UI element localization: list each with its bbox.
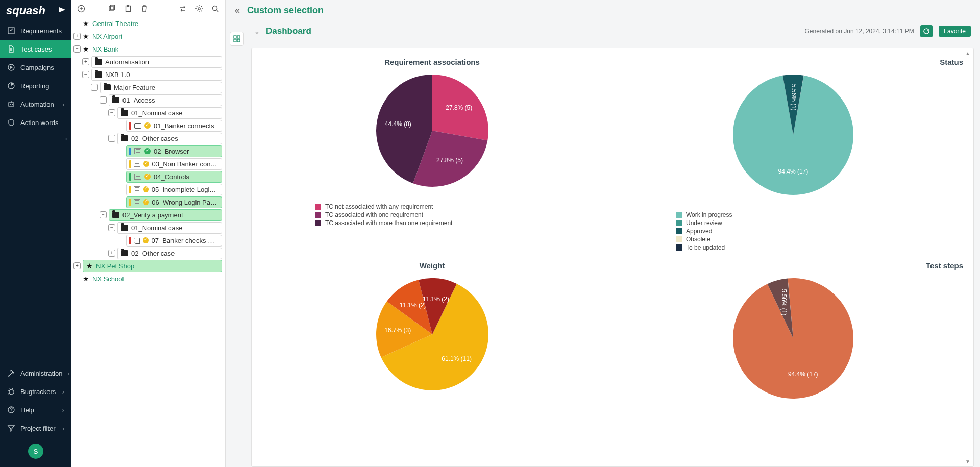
delete-icon[interactable]	[140, 4, 149, 13]
folder-icon	[95, 71, 102, 78]
expand-icon[interactable]: +	[74, 262, 81, 269]
tree-node[interactable]: 05_Incomplete Login Pa...	[71, 183, 222, 195]
tree-node[interactable]: ★NX School	[71, 273, 222, 285]
charts-panel: ▲▼ Requirement associations27.8% (5)27.8…	[251, 48, 974, 467]
requirements-icon	[7, 27, 15, 35]
svg-rect-0	[8, 28, 14, 34]
collapse-icon[interactable]: −	[100, 96, 107, 104]
status-badge-icon	[143, 186, 149, 192]
svg-point-13	[198, 8, 200, 10]
tree-node[interactable]: −★NX Bank	[71, 43, 222, 55]
nav: RequirementsTest casesCampaignsReporting…	[0, 21, 71, 467]
bug-icon	[7, 387, 15, 396]
tree-node[interactable]: 01_Banker connects	[71, 119, 222, 132]
nav-project-filter[interactable]: Project filter›	[0, 419, 71, 437]
collapse-icon[interactable]: −	[108, 109, 115, 116]
status-badge-icon	[144, 174, 151, 180]
add-icon[interactable]	[77, 4, 86, 13]
svg-rect-15	[234, 36, 236, 38]
chart-legend: TC not associated with any requirementTC…	[315, 203, 605, 227]
favorite-button[interactable]: Favorite	[939, 26, 971, 37]
folder-icon	[121, 135, 128, 141]
status-badge-icon	[144, 122, 151, 129]
nav-bugtrackers[interactable]: Bugtrackers›	[0, 382, 71, 401]
svg-point-4	[10, 104, 11, 105]
panel-toggle[interactable]	[230, 32, 244, 46]
back-icon[interactable]: «	[235, 5, 240, 16]
tree-node[interactable]: −NXB 1.0	[71, 68, 222, 81]
collapse-icon[interactable]: −	[74, 45, 81, 53]
chevron-down-icon[interactable]: ⌄	[254, 28, 260, 35]
nav-automation[interactable]: Automation›	[0, 95, 71, 113]
chart-title: Test steps	[620, 261, 966, 270]
star-icon: ★	[83, 275, 89, 283]
nav-campaigns[interactable]: Campaigns	[0, 58, 71, 77]
tree-node[interactable]: −02_Verify a payment	[71, 209, 222, 221]
chevron-right-icon: ›	[62, 388, 64, 396]
refresh-button[interactable]	[920, 25, 933, 37]
expand-icon[interactable]: +	[82, 58, 89, 65]
expand-icon[interactable]: +	[108, 250, 115, 257]
nav-test-cases[interactable]: Test cases	[0, 40, 71, 58]
collapse-icon[interactable]: −	[108, 135, 115, 142]
chart-title: Requirement associations	[259, 58, 605, 66]
nav-action-words[interactable]: Action words	[0, 113, 71, 132]
tree-node[interactable]: −01_Access	[71, 94, 222, 106]
avatar[interactable]: S	[28, 444, 43, 459]
collapse-icon[interactable]: −	[82, 71, 89, 78]
status-badge-icon	[143, 161, 149, 167]
svg-text:94.4% (17): 94.4% (17)	[778, 168, 808, 175]
main: « Custom selection ⌄ Dashboard Generated…	[226, 0, 980, 467]
collapse-icon[interactable]: −	[108, 224, 115, 231]
script-icon	[134, 148, 141, 154]
tree-node[interactable]: 03_Non Banker connects	[71, 158, 222, 170]
folder-icon	[112, 212, 119, 218]
tree-node[interactable]: 07_Banker checks paym...	[71, 234, 222, 247]
scroll-down-icon[interactable]: ▼	[965, 459, 972, 464]
tree[interactable]: ★Central Theatre+★NX Airport−★NX Bank+Au…	[71, 17, 225, 467]
tree-node[interactable]: 04_Controls	[71, 170, 222, 183]
folder-icon	[104, 84, 111, 90]
reporting-icon	[7, 82, 15, 90]
star-icon: ★	[86, 262, 93, 270]
pie-chart: 61.1% (11)16.7% (3)11.1% (2)11.1% (2)	[315, 273, 550, 396]
svg-rect-18	[237, 39, 240, 42]
settings-icon[interactable]	[194, 4, 204, 13]
copy-icon[interactable]	[107, 4, 116, 13]
swap-icon[interactable]	[178, 4, 187, 13]
tree-toolbar	[71, 0, 225, 17]
folder-icon	[121, 250, 128, 256]
collapse-icon[interactable]: −	[100, 211, 107, 218]
svg-rect-11	[126, 6, 131, 12]
tree-node[interactable]: −02_Other cases	[71, 132, 222, 144]
scroll-up-icon[interactable]: ▲	[965, 51, 972, 56]
nav-reporting[interactable]: Reporting	[0, 77, 71, 95]
tree-node[interactable]: +★NX Airport	[71, 30, 222, 42]
tree-node[interactable]: +Automatisation	[71, 56, 222, 68]
svg-rect-17	[234, 39, 236, 42]
search-icon[interactable]	[211, 4, 220, 13]
tree-node[interactable]: ★Central Theatre	[71, 17, 222, 30]
tree-node[interactable]: −01_Nominal case	[71, 222, 222, 234]
tree-node[interactable]: −01_Nominal case	[71, 107, 222, 119]
chart-title: Weight	[259, 261, 605, 270]
svg-text:11.1% (2): 11.1% (2)	[422, 296, 449, 303]
tree-node[interactable]: −Major Feature	[71, 81, 222, 93]
collapse-icon[interactable]: −	[91, 84, 98, 91]
svg-rect-16	[237, 36, 240, 38]
tree-node[interactable]: 06_Wrong Login Passw...	[71, 196, 222, 208]
svg-text:27.8% (5): 27.8% (5)	[436, 157, 462, 164]
chevron-right-icon: ›	[62, 101, 64, 108]
tree-node[interactable]: +02_Other case	[71, 247, 222, 259]
tree-node[interactable]: +★NX Pet Shop	[71, 260, 222, 272]
nav-help[interactable]: Help›	[0, 401, 71, 419]
svg-text:5.56% (1): 5.56% (1)	[790, 84, 797, 111]
nav-administration[interactable]: Administration›	[0, 364, 71, 382]
script-icon	[134, 186, 140, 192]
tree-node[interactable]: 02_Browser	[71, 145, 222, 157]
expand-icon[interactable]: +	[74, 33, 81, 40]
pie-chart: 94.4% (17)5.56% (1)	[666, 69, 921, 200]
paste-icon[interactable]	[124, 4, 133, 13]
nav-requirements[interactable]: Requirements	[0, 21, 71, 40]
sidebar-collapse[interactable]: ‹	[0, 132, 71, 145]
